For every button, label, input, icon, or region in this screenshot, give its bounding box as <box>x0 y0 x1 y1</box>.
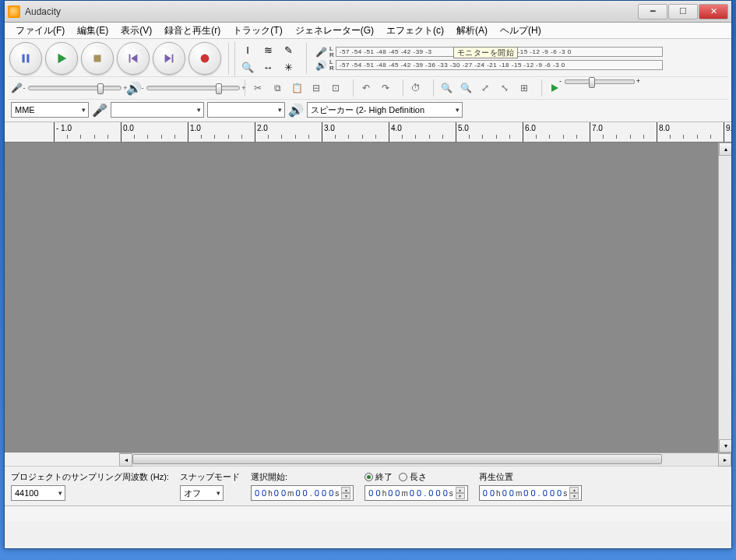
svg-rect-7 <box>172 55 174 63</box>
app-icon <box>8 5 20 18</box>
sync-lock-icon[interactable]: ⏱ <box>407 79 425 97</box>
edit-toolbar: ✂ ⧉ 📋 ⊟ ⊡ <box>245 79 348 97</box>
scroll-down-button[interactable]: ▾ <box>719 439 731 453</box>
menu-view[interactable]: 表示(V) <box>114 23 158 39</box>
length-radio[interactable]: 長さ <box>399 471 427 483</box>
selection-start-label: 選択開始: <box>251 471 354 483</box>
hscroll-thumb[interactable] <box>132 454 662 464</box>
cut-icon[interactable]: ✂ <box>248 79 267 97</box>
close-button[interactable]: ✕ <box>699 4 728 19</box>
envelope-tool-icon[interactable]: ≋ <box>258 41 278 58</box>
ruler-tick: 7.0 <box>590 122 603 142</box>
recording-device-combo[interactable] <box>111 102 204 118</box>
meters: 🎤 LR -57 -54 -51 -48 -45 -42 -39 -3 モニター… <box>312 46 666 72</box>
sample-rate-combo[interactable]: 44100 <box>11 485 65 501</box>
menu-help[interactable]: ヘルプ(H) <box>494 23 548 39</box>
svg-rect-0 <box>23 55 25 63</box>
selection-tool-icon[interactable]: I <box>238 41 258 58</box>
selection-end-field[interactable]: 0 0h 0 0m 0 0 . 0 0 0s ▴▾ <box>364 485 467 501</box>
audacity-window: Audacity ━ ☐ ✕ ファイル(F) 編集(E) 表示(V) 録音と再生… <box>4 0 732 549</box>
menubar: ファイル(F) 編集(E) 表示(V) 録音と再生(r) トラック(T) ジェネ… <box>5 23 731 39</box>
playback-speed-slider[interactable]: - + <box>565 79 635 84</box>
maximize-button[interactable]: ☐ <box>668 4 698 19</box>
trim-icon[interactable]: ⊟ <box>307 79 326 97</box>
menu-generator[interactable]: ジェネレーター(G) <box>289 23 380 39</box>
undo-icon[interactable]: ↶ <box>357 79 375 97</box>
svg-point-8 <box>201 55 210 63</box>
svg-marker-5 <box>131 55 137 63</box>
ruler-tick: 9.0 <box>724 122 731 142</box>
zoom-out-icon[interactable]: 🔍 <box>456 79 475 97</box>
statusbar <box>5 505 731 521</box>
svg-marker-6 <box>165 55 171 63</box>
paste-icon[interactable]: 📋 <box>287 79 306 97</box>
sample-rate-label: プロジェクトのサンプリング周波数 (Hz): <box>11 471 169 483</box>
fit-project-icon[interactable]: ⤡ <box>495 79 514 97</box>
play-button[interactable] <box>45 42 78 75</box>
menu-effect[interactable]: エフェクト(c) <box>380 23 450 39</box>
timeshift-tool-icon[interactable]: ↔ <box>258 58 278 76</box>
snap-label: スナップモード <box>180 471 240 483</box>
skip-end-button[interactable] <box>153 42 185 75</box>
snap-combo[interactable]: オフ <box>180 485 224 501</box>
menu-track[interactable]: トラック(T) <box>227 23 288 39</box>
device-toolbar: MME 🎤 🔊 スピーカー (2- High Definition <box>8 99 728 120</box>
svg-marker-2 <box>58 54 67 64</box>
svg-marker-9 <box>551 84 558 92</box>
selection-start-field[interactable]: 0 0h 0 0m 0 0 . 0 0 0s ▴▾ <box>251 485 354 501</box>
menu-edit[interactable]: 編集(E) <box>71 23 114 39</box>
scroll-right-button[interactable]: ▸ <box>718 453 731 467</box>
zoom-toggle-icon[interactable]: ⊞ <box>515 79 534 97</box>
speaker-icon: 🔊 <box>288 103 304 118</box>
pause-button[interactable] <box>9 42 42 75</box>
transport-toolbar <box>8 41 223 76</box>
record-button[interactable] <box>188 42 221 75</box>
titlebar: Audacity ━ ☐ ✕ <box>5 1 731 23</box>
redo-icon[interactable]: ↷ <box>376 79 395 97</box>
playback-meter[interactable]: -57 -54 -51 -48 -45 -42 -39 -36 -33 -30 … <box>336 60 663 70</box>
stop-button[interactable] <box>81 42 114 75</box>
scroll-up-button[interactable]: ▴ <box>719 143 731 156</box>
ruler-tick: 2.0 <box>255 122 268 142</box>
svg-rect-3 <box>94 55 101 62</box>
zoom-tool-icon[interactable]: 🔍 <box>238 58 258 76</box>
svg-rect-1 <box>26 55 29 63</box>
playback-device-combo[interactable]: スピーカー (2- High Definition <box>307 102 463 118</box>
vertical-scrollbar[interactable]: ▴ ▾ <box>718 143 731 453</box>
selection-toolbar: プロジェクトのサンプリング周波数 (Hz): 44100 スナップモード オフ … <box>5 466 731 505</box>
zoom-in-icon[interactable]: 🔍 <box>437 79 456 97</box>
mic-icon: 🎤 <box>92 103 107 118</box>
recording-channels-combo[interactable] <box>207 102 285 118</box>
playback-volume-slider[interactable]: - + <box>146 86 240 90</box>
horizontal-scrollbar[interactable]: ◂ ▸ <box>119 453 731 466</box>
recording-meter[interactable]: -57 -54 -51 -48 -45 -42 -39 -3 モニターを開始 2… <box>336 47 663 57</box>
svg-rect-4 <box>129 55 131 63</box>
audio-host-combo[interactable]: MME <box>11 102 89 118</box>
multi-tool-icon[interactable]: ✳ <box>278 58 298 76</box>
fit-selection-icon[interactable]: ⤢ <box>476 79 495 97</box>
silence-icon[interactable]: ⊡ <box>326 79 345 97</box>
menu-file[interactable]: ファイル(F) <box>9 23 71 39</box>
scroll-left-button[interactable]: ◂ <box>119 453 132 467</box>
track-area[interactable]: ▴ ▾ <box>5 143 731 453</box>
ruler-tick: 3.0 <box>322 122 335 142</box>
ruler-tick: 4.0 <box>389 122 402 142</box>
draw-tool-icon[interactable]: ✎ <box>278 41 298 58</box>
copy-icon[interactable]: ⧉ <box>268 79 287 97</box>
timeline-ruler[interactable]: - 1.00.01.02.03.04.05.06.07.08.09.0 <box>5 122 731 143</box>
edit-tools: I ≋ ✎ 🔍 ↔ ✳ <box>234 41 301 76</box>
end-radio[interactable]: 終了 <box>364 471 393 483</box>
mic-icon[interactable]: 🎤 <box>315 47 328 58</box>
minimize-button[interactable]: ━ <box>638 4 667 19</box>
meter-tooltip: モニターを開始 <box>453 47 519 58</box>
ruler-tick: 0.0 <box>121 122 134 142</box>
menu-analysis[interactable]: 解析(A) <box>450 23 494 39</box>
playback-pos-label: 再生位置 <box>479 471 582 483</box>
ruler-tick: 6.0 <box>523 122 536 142</box>
recording-volume-slider[interactable]: - + <box>28 86 121 90</box>
menu-record[interactable]: 録音と再生(r) <box>158 23 227 39</box>
skip-start-button[interactable] <box>117 42 150 75</box>
audio-position-field[interactable]: 0 0h 0 0m 0 0 . 0 0 0s ▴▾ <box>479 485 582 501</box>
speaker-icon[interactable]: 🔊 <box>315 60 328 71</box>
ruler-tick: - 1.0 <box>54 122 72 142</box>
